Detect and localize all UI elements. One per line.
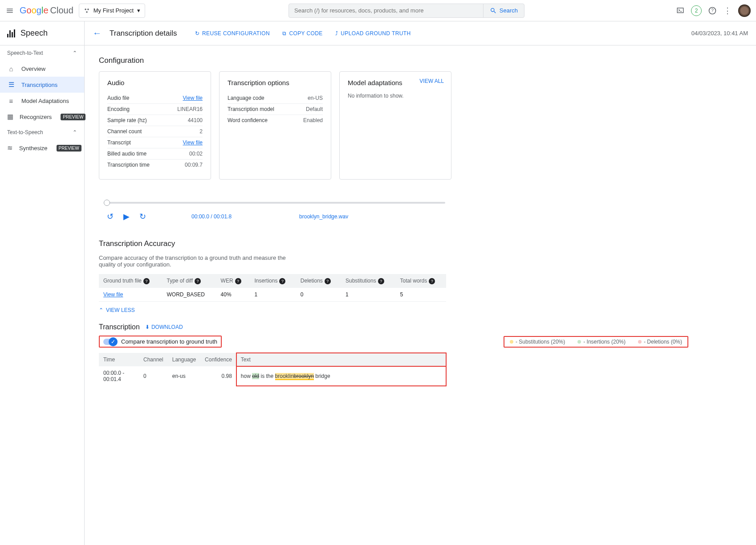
- compare-toggle-box: ✓ Compare transcription to ground truth: [99, 336, 222, 348]
- help-icon[interactable]: ?: [235, 278, 241, 284]
- project-picker[interactable]: My First Project ▾: [79, 4, 145, 18]
- adaptations-card: VIEW ALL Model adaptations No informatio…: [339, 71, 451, 180]
- diff-legend: - Substitutions (20%) - Insertions (20%)…: [504, 336, 688, 348]
- check-icon: ✓: [109, 337, 118, 346]
- sidebar-item-overview[interactable]: ⌂Overview: [0, 61, 84, 77]
- wave-icon: ≋: [7, 144, 13, 152]
- no-info-text: No information to show.: [348, 93, 443, 99]
- project-icon: [84, 8, 90, 14]
- trial-badge[interactable]: 2: [691, 5, 702, 16]
- cloud-shell-icon[interactable]: [676, 6, 685, 15]
- tune-icon: ≡: [7, 97, 15, 105]
- sidebar-group-tts[interactable]: Text-to-Speech⌃: [0, 125, 84, 140]
- accuracy-row: View file WORD_BASED 40% 1 0 1 5: [99, 288, 446, 302]
- svg-text:?: ?: [711, 8, 714, 13]
- help-icon[interactable]: ?: [279, 278, 285, 284]
- page-title: Transcription details: [110, 29, 177, 38]
- substitutions-dot-icon: [510, 340, 513, 344]
- help-icon[interactable]: ?: [378, 278, 384, 284]
- search-box[interactable]: Search: [289, 4, 524, 18]
- search-label: Search: [500, 7, 518, 14]
- download-button[interactable]: ⬇DOWNLOAD: [145, 324, 183, 330]
- compare-toggle[interactable]: ✓: [103, 339, 117, 345]
- list-icon: ☰: [7, 81, 15, 89]
- accuracy-desc: Compare accuracy of the transcription to…: [99, 254, 286, 268]
- transcription-table: Time Channel Language Confidence Text 00…: [99, 353, 446, 386]
- audio-card: Audio Audio fileView file EncodingLINEAR…: [99, 71, 211, 180]
- accuracy-heading: Transcription Accuracy: [99, 239, 742, 248]
- player-seek-track[interactable]: [107, 202, 445, 204]
- deletions-dot-icon: [638, 340, 642, 344]
- sidebar: Speech Speech-to-Text⌃ ⌂Overview ☰Transc…: [0, 21, 85, 545]
- audio-card-title: Audio: [107, 79, 203, 86]
- transcript-file-link[interactable]: View file: [183, 139, 203, 146]
- svg-point-0: [85, 8, 86, 10]
- speech-icon: [7, 29, 15, 37]
- help-icon[interactable]: ?: [143, 278, 150, 284]
- search-button[interactable]: Search: [483, 4, 524, 17]
- audio-file-link[interactable]: View file: [183, 95, 203, 101]
- home-icon: ⌂: [7, 65, 15, 73]
- forward-icon[interactable]: ↻: [139, 212, 146, 221]
- sidebar-group-stt[interactable]: Speech-to-Text⌃: [0, 45, 84, 61]
- refresh-icon: ↻: [195, 30, 199, 37]
- more-vert-icon[interactable]: ⋮: [723, 6, 732, 15]
- svg-point-2: [86, 11, 88, 13]
- sidebar-item-synthesize[interactable]: ≋SynthesizePREVIEW: [0, 140, 84, 156]
- insertions-dot-icon: [577, 340, 581, 344]
- play-icon[interactable]: ▶: [123, 212, 130, 221]
- upload-ground-truth-button[interactable]: ⤴UPLOAD GROUND TRUTH: [335, 30, 411, 37]
- download-icon: ⬇: [145, 324, 150, 330]
- upload-icon: ⤴: [335, 30, 338, 37]
- help-icon[interactable]: ?: [325, 278, 331, 284]
- player-file: brooklyn_bridge.wav: [299, 213, 348, 220]
- chevron-up-icon: ⌃: [73, 50, 77, 56]
- configuration-heading: Configuration: [99, 56, 742, 65]
- avatar[interactable]: [738, 4, 751, 17]
- project-name: My First Project: [93, 7, 134, 14]
- player-time: 00:00.0 / 00:01.8: [191, 213, 232, 220]
- accuracy-table: Ground truth file? Type of diff? WER? In…: [99, 274, 446, 302]
- product-title[interactable]: Speech: [0, 21, 84, 45]
- options-card: Transcription options Language codeen-US…: [219, 71, 331, 180]
- caret-down-icon: ▾: [137, 7, 140, 14]
- chevron-up-icon: ⌃: [99, 307, 103, 313]
- transcription-text: how old is the brooklinbrooklyn bridge: [236, 366, 446, 386]
- view-less-button[interactable]: ⌃VIEW LESS: [99, 307, 742, 313]
- copy-icon: ⧉: [282, 30, 286, 37]
- preview-chip: PREVIEW: [61, 114, 85, 120]
- help-icon[interactable]: ?: [708, 6, 717, 15]
- view-all-button[interactable]: VIEW ALL: [419, 78, 444, 84]
- help-icon[interactable]: ?: [195, 278, 201, 284]
- chevron-up-icon: ⌃: [73, 129, 77, 135]
- help-icon[interactable]: ?: [429, 278, 435, 284]
- search-icon: [490, 7, 497, 14]
- transcription-heading: Transcription: [99, 323, 140, 331]
- replay-icon[interactable]: ↺: [107, 212, 114, 221]
- timestamp: 04/03/2023, 10:41 AM: [691, 30, 748, 37]
- gcp-logo[interactable]: GoogleCloud: [20, 5, 73, 16]
- back-arrow-icon[interactable]: ←: [93, 28, 102, 38]
- transcription-row: 00:00.0 - 00:01.4 0 en-us 0.98 how old i…: [99, 366, 446, 386]
- search-input[interactable]: [289, 7, 483, 14]
- svg-point-1: [87, 8, 89, 10]
- grid-icon: ▦: [7, 113, 13, 121]
- sidebar-item-model-adaptations[interactable]: ≡Model Adaptations: [0, 93, 84, 109]
- sidebar-item-recognizers[interactable]: ▦RecognizersPREVIEW: [0, 109, 84, 125]
- player-seek-knob[interactable]: [104, 200, 110, 206]
- copy-code-button[interactable]: ⧉COPY CODE: [282, 30, 323, 37]
- sidebar-item-transcriptions[interactable]: ☰Transcriptions: [0, 77, 84, 93]
- audio-player: ↺ ▶ ↻ 00:00.0 / 00:01.8 brooklyn_bridge.…: [107, 202, 445, 221]
- options-card-title: Transcription options: [228, 79, 323, 86]
- menu-icon[interactable]: [5, 6, 14, 15]
- reuse-config-button[interactable]: ↻REUSE CONFIGURATION: [195, 30, 270, 37]
- compare-label: Compare transcription to ground truth: [121, 338, 217, 345]
- preview-chip: PREVIEW: [57, 145, 81, 152]
- ground-truth-link[interactable]: View file: [103, 291, 123, 298]
